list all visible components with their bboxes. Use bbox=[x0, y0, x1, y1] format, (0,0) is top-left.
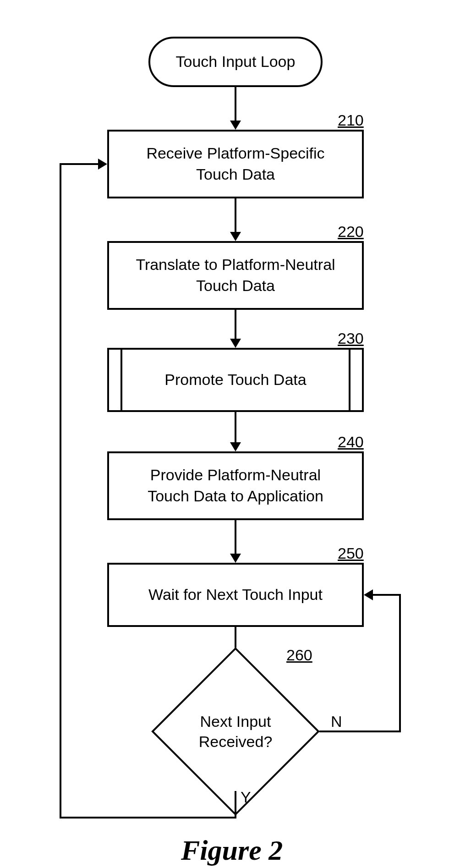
connector bbox=[235, 87, 236, 121]
connector bbox=[319, 731, 401, 732]
ref-210: 210 bbox=[338, 111, 364, 129]
connector bbox=[60, 817, 236, 819]
figure-title: Figure 2 bbox=[181, 834, 283, 867]
connector bbox=[399, 595, 401, 732]
connector bbox=[235, 791, 236, 819]
ref-260: 260 bbox=[286, 646, 312, 664]
arrow-down-icon bbox=[230, 554, 241, 563]
connector bbox=[235, 412, 236, 443]
process-label: Wait for Next Touch Input bbox=[148, 584, 323, 605]
decision-label: Next Input Received? bbox=[190, 711, 281, 752]
predefined-left-bar bbox=[120, 350, 122, 410]
process-label: Promote Touch Data bbox=[164, 369, 306, 390]
arrow-down-icon bbox=[230, 121, 241, 130]
process-label: Translate to Platform-Neutral Touch Data bbox=[136, 254, 335, 297]
arrow-down-icon bbox=[230, 442, 241, 451]
connector bbox=[235, 198, 236, 233]
process-220: Translate to Platform-Neutral Touch Data bbox=[107, 241, 364, 310]
ref-220: 220 bbox=[338, 223, 364, 241]
edge-no-label: N bbox=[331, 713, 342, 731]
arrow-right-icon bbox=[98, 159, 107, 170]
process-210: Receive Platform-Specific Touch Data bbox=[107, 130, 364, 198]
process-label: Provide Platform-Neutral Touch Data to A… bbox=[148, 465, 323, 507]
ref-230: 230 bbox=[338, 330, 364, 347]
connector bbox=[235, 310, 236, 340]
predefined-right-bar bbox=[349, 350, 351, 410]
connector bbox=[235, 520, 236, 555]
connector bbox=[60, 164, 61, 819]
connector bbox=[60, 163, 99, 165]
predefined-230: Promote Touch Data bbox=[107, 348, 364, 412]
terminator-label: Touch Input Loop bbox=[176, 51, 296, 72]
arrow-left-icon bbox=[364, 589, 373, 600]
edge-yes-label: Y bbox=[241, 788, 251, 806]
terminator-start: Touch Input Loop bbox=[148, 37, 323, 87]
process-250: Wait for Next Touch Input bbox=[107, 563, 364, 627]
arrow-down-icon bbox=[230, 232, 241, 241]
process-240: Provide Platform-Neutral Touch Data to A… bbox=[107, 451, 364, 520]
ref-250: 250 bbox=[338, 544, 364, 562]
decision-260: Next Input Received? bbox=[176, 672, 295, 791]
connector bbox=[372, 594, 401, 596]
ref-240: 240 bbox=[338, 433, 364, 451]
process-label: Receive Platform-Specific Touch Data bbox=[146, 143, 324, 185]
arrow-down-icon bbox=[230, 339, 241, 348]
